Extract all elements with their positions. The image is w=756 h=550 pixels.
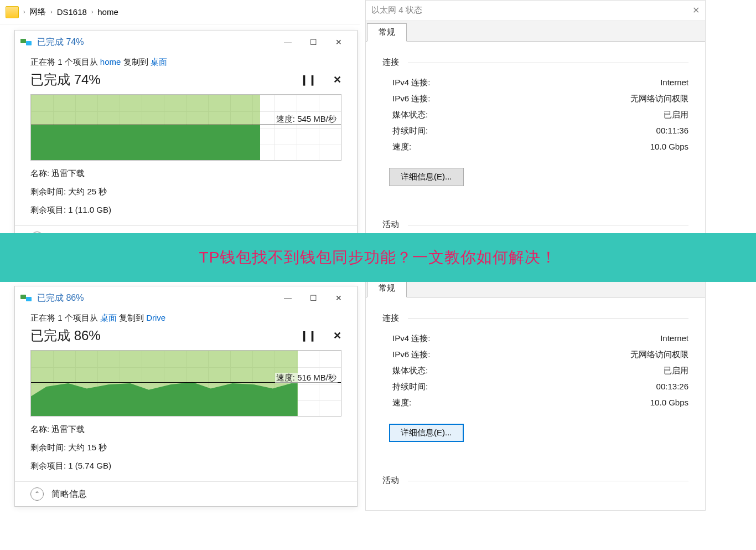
tabstrip: 常规 (366, 20, 705, 42)
status-row: IPv6 连接:无网络访问权限 (392, 349, 688, 360)
details-toggle[interactable]: ⌃ 简略信息 (15, 481, 357, 506)
overlay-banner: TP钱包找不到钱包同步功能？一文教你如何解决！ (0, 233, 756, 282)
transfer-name: 名称: 迅雷下载 (30, 424, 341, 435)
status-row: IPv6 连接:无网络访问权限 (392, 94, 688, 104)
speed-chart: 速度: 516 MB/秒 (30, 350, 341, 417)
source-link[interactable]: home (100, 57, 121, 66)
titlebar[interactable]: 已完成 74% — ☐ ✕ (15, 30, 357, 54)
transfer-icon (20, 294, 32, 302)
status-row: 持续时间:00:13:26 (392, 382, 688, 392)
speed-label: 速度: 516 MB/秒 (275, 373, 338, 383)
close-button[interactable]: ✕ (326, 289, 351, 307)
transfer-remaining-items: 剩余项目: 1 (11.0 GB) (30, 205, 341, 215)
crumb-network[interactable]: 网络 (29, 7, 46, 17)
section-connection: 连接 (382, 313, 688, 323)
transfer-icon (20, 38, 32, 47)
section-activity: 活动 (382, 219, 688, 230)
progress-percent: 已完成 74% (30, 71, 101, 89)
transfer-name: 名称: 迅雷下载 (30, 168, 341, 179)
chevron-icon: › (50, 9, 52, 15)
status-row: 速度:10.0 Gbps (392, 398, 688, 408)
chevron-icon: › (23, 9, 25, 15)
transfer-remaining-time: 剩余时间: 大约 25 秒 (30, 187, 341, 197)
cancel-button[interactable]: ✕ (333, 330, 341, 342)
destination-link[interactable]: 桌面 (151, 57, 167, 66)
cancel-button[interactable]: ✕ (333, 74, 341, 86)
status-row: 速度:10.0 Gbps (392, 142, 688, 152)
ethernet-status-panel: 以太网 1 状态 ✕ 常规 连接 IPv4 连接:Internet IPv6 连… (365, 256, 706, 511)
minimize-button[interactable]: — (275, 289, 301, 307)
progress-percent: 已完成 86% (30, 327, 101, 345)
section-connection: 连接 (382, 57, 688, 68)
destination-link[interactable]: Drive (146, 313, 165, 322)
details-button[interactable]: 详细信息(E)... (389, 168, 464, 186)
crumb-ds1618[interactable]: DS1618 (57, 7, 87, 17)
minimize-button[interactable]: — (275, 33, 301, 51)
close-button[interactable]: ✕ (692, 5, 700, 16)
dialog-title: 已完成 86% (37, 292, 84, 304)
transfer-dialog: 已完成 74% — ☐ ✕ 正在将 1 个项目从 home 复制到 桌面 已完成… (14, 30, 358, 251)
source-link[interactable]: 桌面 (100, 313, 117, 322)
titlebar[interactable]: 已完成 86% — ☐ ✕ (15, 286, 357, 310)
copy-description: 正在将 1 个项目从 home 复制到 桌面 (30, 57, 341, 68)
close-button[interactable]: ✕ (326, 33, 351, 51)
breadcrumb: › 网络 › DS1618 › home (0, 0, 360, 24)
titlebar[interactable]: 以太网 4 状态 ✕ (366, 1, 705, 20)
tab-general[interactable]: 常规 (367, 23, 407, 42)
section-activity: 活动 (382, 475, 688, 486)
folder-icon (6, 6, 19, 18)
copy-description: 正在将 1 个项目从 桌面 复制到 Drive (30, 313, 341, 323)
pause-button[interactable]: ❙❙ (300, 330, 317, 342)
status-row: IPv4 连接:Internet (392, 78, 688, 88)
status-row: IPv4 连接:Internet (392, 333, 688, 344)
status-row: 媒体状态:已启用 (392, 110, 688, 120)
chevron-up-icon: ⌃ (30, 487, 44, 501)
maximize-button[interactable]: ☐ (301, 33, 326, 51)
chevron-icon: › (91, 9, 93, 15)
status-row: 持续时间:00:11:36 (392, 126, 688, 136)
ethernet-status-panel: 以太网 4 状态 ✕ 常规 连接 IPv4 连接:Internet IPv6 连… (365, 0, 706, 255)
details-button[interactable]: 详细信息(E)... (389, 424, 464, 442)
speed-label: 速度: 545 MB/秒 (275, 114, 338, 125)
transfer-remaining-items: 剩余项目: 1 (5.74 GB) (30, 461, 341, 471)
status-row: 媒体状态:已启用 (392, 366, 688, 376)
transfer-remaining-time: 剩余时间: 大约 15 秒 (30, 443, 341, 453)
dialog-title: 已完成 74% (37, 37, 84, 48)
transfer-dialog: 已完成 86% — ☐ ✕ 正在将 1 个项目从 桌面 复制到 Drive 已完… (14, 286, 358, 507)
crumb-home[interactable]: home (97, 7, 118, 17)
speed-chart: 速度: 545 MB/秒 (30, 94, 341, 161)
maximize-button[interactable]: ☐ (301, 289, 326, 307)
pause-button[interactable]: ❙❙ (300, 74, 317, 86)
